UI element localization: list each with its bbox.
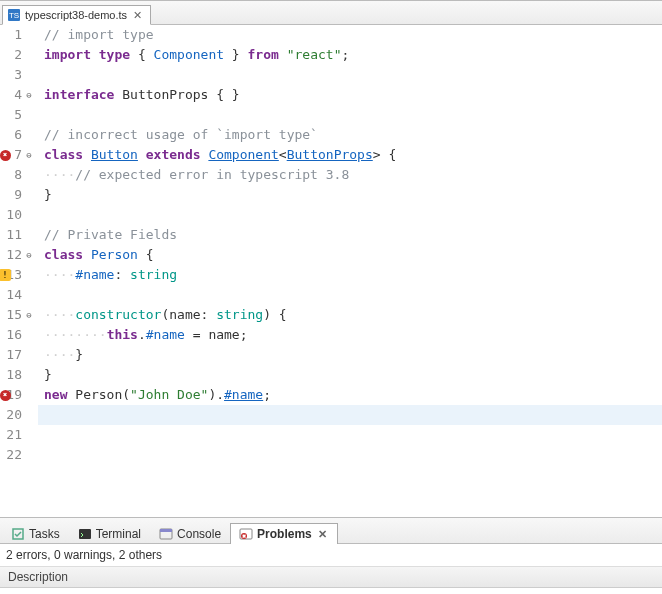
svg-rect-5	[160, 529, 172, 532]
gutter-line: 6	[0, 125, 34, 145]
gutter-line: 17	[0, 345, 34, 365]
tasks-icon	[11, 527, 25, 541]
line-number: 16	[6, 325, 22, 345]
editor-tab-bar: TS typescript38-demo.ts ✕	[0, 1, 662, 25]
view-tab-label: Terminal	[96, 527, 141, 541]
problems-summary: 2 errors, 0 warnings, 2 others	[0, 544, 662, 567]
gutter-line: 11	[0, 225, 34, 245]
gutter-line: 4⊖	[0, 85, 34, 105]
line-number: 9	[14, 185, 22, 205]
gutter-line: 3	[0, 65, 34, 85]
view-tab-bar: TasksTerminalConsole✖Problems✕	[0, 518, 662, 544]
code-line[interactable]: new Person("John Doe").#name;	[38, 385, 662, 405]
editor-pane: TS typescript38-demo.ts ✕ 1234⊖56✖7⊖8910…	[0, 0, 662, 517]
error-gutter-icon: ✖	[0, 388, 12, 402]
gutter-line: 16	[0, 325, 34, 345]
line-number: 3	[14, 65, 22, 85]
code-line[interactable]: import type { Component } from "react";	[38, 45, 662, 65]
svg-text:TS: TS	[9, 11, 19, 20]
view-tab-console[interactable]: Console	[150, 523, 230, 544]
editor-tab-label: typescript38-demo.ts	[25, 9, 127, 21]
code-line[interactable]	[38, 445, 662, 465]
gutter-line: 18	[0, 365, 34, 385]
line-number: 17	[6, 345, 22, 365]
warning-gutter-icon: !	[0, 268, 12, 282]
line-number: 22	[6, 445, 22, 465]
view-tab-label: Console	[177, 527, 221, 541]
line-number: 20	[6, 405, 22, 425]
fold-toggle-icon[interactable]: ⊖	[24, 250, 34, 260]
view-tab-label: Tasks	[29, 527, 60, 541]
line-number: 14	[6, 285, 22, 305]
terminal-icon	[78, 527, 92, 541]
code-line[interactable]: }	[38, 185, 662, 205]
code-line[interactable]	[38, 105, 662, 125]
bottom-panel: TasksTerminalConsole✖Problems✕ 2 errors,…	[0, 517, 662, 594]
gutter-line: 14	[0, 285, 34, 305]
typescript-file-icon: TS	[7, 8, 21, 22]
code-line[interactable]: // incorrect usage of `import type`	[38, 125, 662, 145]
gutter-line: 10	[0, 205, 34, 225]
gutter-line: !13	[0, 265, 34, 285]
code-line[interactable]: class Person {	[38, 245, 662, 265]
code-line[interactable]	[38, 285, 662, 305]
line-number: 1	[14, 25, 22, 45]
gutter-line: 2	[0, 45, 34, 65]
view-tab-terminal[interactable]: Terminal	[69, 523, 150, 544]
code-line[interactable]: interface ButtonProps { }	[38, 85, 662, 105]
code-line[interactable]: }	[38, 365, 662, 385]
line-number: 18	[6, 365, 22, 385]
line-number: 7	[14, 145, 22, 165]
gutter-line: ✖19	[0, 385, 34, 405]
problems-column-header[interactable]: Description	[0, 567, 662, 588]
view-tab-problems[interactable]: ✖Problems✕	[230, 523, 338, 544]
line-number: 15	[6, 305, 22, 325]
close-icon[interactable]: ✕	[131, 9, 144, 22]
problems-tree: ✖ Errors (2 items) ✖ 'Component' cannot …	[0, 588, 662, 594]
line-gutter: 1234⊖56✖7⊖89101112⊖!131415⊖161718✖192021…	[0, 25, 38, 517]
error-gutter-icon: ✖	[0, 148, 12, 162]
code-line[interactable]: ····// expected error in typescript 3.8	[38, 165, 662, 185]
code-line[interactable]	[38, 65, 662, 85]
editor-tab[interactable]: TS typescript38-demo.ts ✕	[2, 5, 151, 25]
code-line[interactable]: // Private Fields	[38, 225, 662, 245]
line-number: 11	[6, 225, 22, 245]
gutter-line: 12⊖	[0, 245, 34, 265]
line-number: 5	[14, 105, 22, 125]
code-line[interactable]: ····#name: string	[38, 265, 662, 285]
gutter-line: 15⊖	[0, 305, 34, 325]
code-editor[interactable]: 1234⊖56✖7⊖89101112⊖!131415⊖161718✖192021…	[0, 25, 662, 517]
code-line[interactable]	[38, 205, 662, 225]
code-line[interactable]: ········this.#name = name;	[38, 325, 662, 345]
line-number: 4	[14, 85, 22, 105]
code-line[interactable]: // import type	[38, 25, 662, 45]
close-icon[interactable]: ✕	[316, 528, 329, 541]
gutter-line: 20	[0, 405, 34, 425]
view-tab-label: Problems	[257, 527, 312, 541]
svg-text:✖: ✖	[242, 533, 246, 539]
line-number: 12	[6, 245, 22, 265]
gutter-line: ✖7⊖	[0, 145, 34, 165]
line-number: 6	[14, 125, 22, 145]
line-number: 21	[6, 425, 22, 445]
line-number: 10	[6, 205, 22, 225]
code-content[interactable]: // import typeimport type { Component } …	[38, 25, 662, 517]
fold-toggle-icon[interactable]: ⊖	[24, 90, 34, 100]
code-line[interactable]	[38, 405, 662, 425]
gutter-line: 8	[0, 165, 34, 185]
code-line[interactable]	[38, 425, 662, 445]
gutter-line: 5	[0, 105, 34, 125]
problems-icon: ✖	[239, 527, 253, 541]
fold-toggle-icon[interactable]: ⊖	[24, 310, 34, 320]
svg-rect-3	[79, 529, 91, 539]
fold-toggle-icon[interactable]: ⊖	[24, 150, 34, 160]
code-line[interactable]: ····}	[38, 345, 662, 365]
console-icon	[159, 527, 173, 541]
view-tab-tasks[interactable]: Tasks	[2, 523, 69, 544]
gutter-line: 1	[0, 25, 34, 45]
code-line[interactable]: ····constructor(name: string) {	[38, 305, 662, 325]
line-number: 8	[14, 165, 22, 185]
gutter-line: 9	[0, 185, 34, 205]
code-line[interactable]: class Button extends Component<ButtonPro…	[38, 145, 662, 165]
line-number: 2	[14, 45, 22, 65]
